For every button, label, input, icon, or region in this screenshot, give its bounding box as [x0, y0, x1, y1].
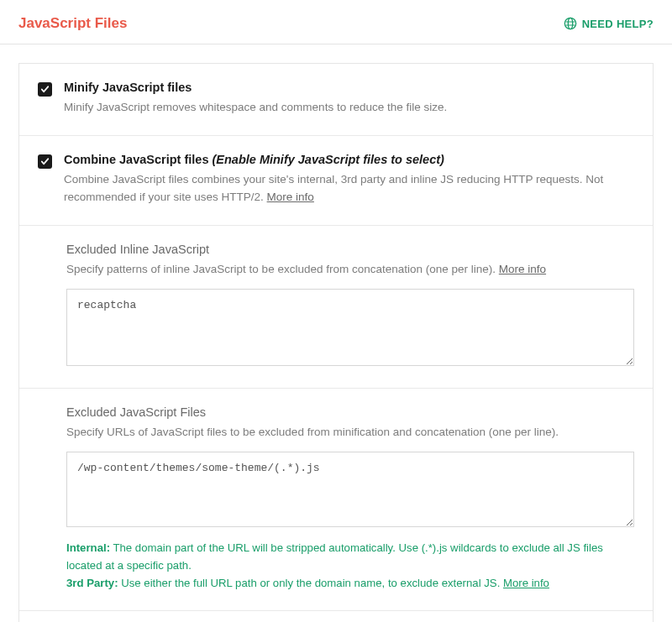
excluded-inline-textarea[interactable]: [66, 289, 634, 366]
option-body: Combine JavaScript files (Enable Minify …: [64, 153, 634, 206]
check-icon: [40, 85, 50, 94]
combine-js-title: Combine JavaScript files (Enable Minify …: [64, 153, 634, 166]
need-help-label: NEED HELP?: [582, 18, 654, 30]
option-combine-js: Combine JavaScript files (Enable Minify …: [19, 136, 653, 226]
combine-js-checkbox[interactable]: [38, 154, 52, 169]
section-title: JavaScript Files: [18, 15, 127, 32]
note-3rdparty-text: Use either the full URL path or only the…: [118, 577, 503, 589]
note-3rdparty-label: 3rd Party:: [66, 577, 118, 589]
option-excluded-inline-js: Excluded Inline JavaScript Specify patte…: [19, 226, 653, 389]
combine-more-info-link[interactable]: More info: [267, 191, 314, 203]
excluded-inline-label: Excluded Inline JavaScript: [66, 243, 634, 256]
excluded-files-desc: Specify URLs of JavaScript files to be e…: [66, 424, 634, 442]
note-internal-text: The domain part of the URL will be strip…: [66, 541, 603, 572]
excluded-files-label: Excluded JavaScript Files: [66, 405, 634, 419]
settings-panel: Minify JavaScript files Minify JavaScrip…: [18, 63, 654, 622]
section-header: JavaScript Files NEED HELP?: [0, 0, 672, 44]
minify-js-desc: Minify JavaScript removes whitespace and…: [64, 99, 634, 117]
option-excluded-js-files: Excluded JavaScript Files Specify URLs o…: [19, 389, 653, 611]
excluded-files-notes: Internal: The domain part of the URL wil…: [66, 539, 634, 592]
option-minify-js: Minify JavaScript files Minify JavaScrip…: [19, 64, 653, 136]
combine-js-desc-text: Combine JavaScript files combines your s…: [64, 173, 603, 203]
option-defer-js: Load JavaScript deferred Load JavaScript…: [19, 611, 653, 622]
combine-js-title-text: Combine JavaScript files: [64, 153, 208, 166]
excluded-inline-desc-text: Specify patterns of inline JavaScript to…: [66, 263, 499, 275]
help-icon: [564, 17, 577, 30]
option-body: Minify JavaScript files Minify JavaScrip…: [64, 81, 634, 117]
excluded-files-textarea[interactable]: [66, 452, 634, 527]
minify-js-checkbox[interactable]: [38, 82, 52, 97]
excluded-inline-more-info-link[interactable]: More info: [499, 263, 546, 275]
svg-point-0: [564, 18, 575, 29]
excluded-files-more-info-link[interactable]: More info: [503, 577, 549, 589]
need-help-link[interactable]: NEED HELP?: [564, 17, 654, 30]
svg-point-1: [568, 18, 572, 29]
note-internal-label: Internal:: [66, 541, 110, 554]
excluded-inline-desc: Specify patterns of inline JavaScript to…: [66, 261, 634, 279]
combine-js-desc: Combine JavaScript files combines your s…: [64, 171, 634, 206]
minify-js-title: Minify JavaScript files: [64, 81, 634, 94]
check-icon: [40, 157, 50, 166]
combine-js-hint: (Enable Minify JavaScript files to selec…: [212, 153, 444, 166]
